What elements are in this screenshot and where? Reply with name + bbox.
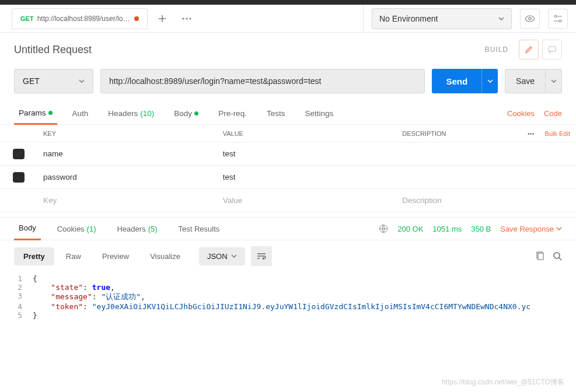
svg-point-4 bbox=[554, 15, 557, 18]
send-button[interactable]: Send bbox=[432, 69, 498, 93]
tab-options-button[interactable] bbox=[177, 9, 197, 29]
save-dropdown[interactable] bbox=[545, 69, 561, 93]
status-text: 200 OK bbox=[397, 225, 423, 233]
svg-rect-10 bbox=[549, 47, 556, 51]
globe-icon[interactable] bbox=[379, 224, 388, 233]
request-tab[interactable]: GET http://localhost:8989/user/login... bbox=[12, 8, 148, 29]
tab-auth[interactable]: Auth bbox=[68, 103, 93, 125]
save-response-button[interactable]: Save Response bbox=[500, 225, 562, 233]
table-row-new bbox=[0, 189, 576, 212]
code-link[interactable]: Code bbox=[544, 109, 562, 118]
svg-rect-13 bbox=[538, 253, 543, 260]
time-text: 1051 ms bbox=[432, 225, 462, 233]
view-preview[interactable]: Preview bbox=[93, 247, 138, 265]
resp-tab-headers[interactable]: Headers (5) bbox=[113, 217, 162, 240]
resp-tab-tests[interactable]: Test Results bbox=[174, 217, 225, 240]
save-button[interactable]: Save bbox=[505, 69, 562, 93]
col-key: KEY bbox=[37, 130, 217, 137]
wrap-button[interactable] bbox=[251, 246, 272, 266]
bulk-edit-link[interactable]: Bulk Edit bbox=[545, 130, 570, 137]
edit-button[interactable] bbox=[519, 40, 539, 60]
comments-button[interactable] bbox=[542, 40, 562, 60]
build-label[interactable]: BUILD bbox=[485, 46, 508, 54]
tab-title: http://localhost:8989/user/login... bbox=[37, 15, 131, 23]
resp-tab-cookies[interactable]: Cookies (1) bbox=[53, 217, 101, 240]
svg-point-3 bbox=[529, 18, 531, 20]
table-row: ✓ name test bbox=[0, 142, 576, 166]
url-input[interactable] bbox=[100, 69, 425, 93]
svg-point-2 bbox=[189, 18, 191, 19]
chevron-down-icon bbox=[231, 254, 237, 258]
table-row: ✓ password test bbox=[0, 166, 576, 189]
chevron-down-icon bbox=[79, 79, 85, 83]
param-desc-input[interactable] bbox=[396, 189, 576, 212]
new-tab-button[interactable] bbox=[152, 9, 172, 29]
method-value: GET bbox=[23, 76, 40, 86]
svg-line-15 bbox=[559, 258, 561, 260]
request-title[interactable]: Untitled Request bbox=[14, 44, 92, 56]
active-dot-icon bbox=[194, 111, 198, 116]
cookies-link[interactable]: Cookies bbox=[507, 109, 535, 118]
copy-icon[interactable] bbox=[535, 251, 544, 261]
view-pretty[interactable]: Pretty bbox=[14, 247, 54, 265]
svg-point-7 bbox=[559, 20, 561, 22]
tab-method: GET bbox=[20, 15, 34, 22]
watermark: https://blog.csdn.net/wei_@51CTO博客 bbox=[442, 377, 564, 387]
active-dot-icon bbox=[48, 111, 53, 115]
view-raw[interactable]: Raw bbox=[57, 247, 90, 265]
search-icon[interactable] bbox=[553, 251, 562, 261]
tab-body[interactable]: Body bbox=[169, 103, 203, 125]
row-checkbox[interactable]: ✓ bbox=[13, 172, 25, 183]
settings-button[interactable] bbox=[548, 9, 568, 29]
param-key[interactable]: name bbox=[37, 149, 217, 158]
format-select[interactable]: JSON bbox=[199, 247, 245, 265]
col-value: VALUE bbox=[217, 130, 397, 137]
environment-select[interactable]: No Environment bbox=[372, 8, 512, 29]
tab-tests[interactable]: Tests bbox=[262, 103, 290, 125]
tab-params[interactable]: Params bbox=[14, 103, 57, 125]
param-key[interactable]: password bbox=[37, 173, 217, 181]
response-body[interactable]: 1{ 2 "state": true, 3 "message": "认证成功",… bbox=[0, 272, 576, 322]
tab-prereq[interactable]: Pre-req. bbox=[214, 103, 252, 125]
unsaved-dot-icon bbox=[134, 16, 139, 21]
row-checkbox[interactable]: ✓ bbox=[13, 149, 25, 159]
param-key-input[interactable] bbox=[37, 189, 217, 212]
tab-headers[interactable]: Headers (10) bbox=[103, 103, 159, 125]
resp-tab-body[interactable]: Body bbox=[14, 217, 41, 240]
col-desc: DESCRIPTION bbox=[402, 130, 446, 137]
more-icon[interactable]: ••• bbox=[528, 130, 535, 137]
environment-preview-button[interactable] bbox=[520, 9, 540, 29]
size-text: 350 B bbox=[471, 225, 491, 233]
environment-label: No Environment bbox=[379, 14, 438, 23]
svg-point-1 bbox=[186, 18, 187, 19]
param-value[interactable]: test bbox=[217, 173, 397, 181]
param-value[interactable]: test bbox=[217, 149, 397, 158]
chevron-down-icon bbox=[498, 17, 504, 20]
param-value-input[interactable] bbox=[217, 189, 397, 212]
method-select[interactable]: GET bbox=[14, 69, 93, 93]
svg-point-0 bbox=[182, 18, 184, 19]
view-visualize[interactable]: Visualize bbox=[141, 247, 190, 265]
send-dropdown[interactable] bbox=[481, 69, 498, 93]
tab-settings[interactable]: Settings bbox=[300, 103, 338, 125]
svg-point-14 bbox=[554, 253, 560, 258]
